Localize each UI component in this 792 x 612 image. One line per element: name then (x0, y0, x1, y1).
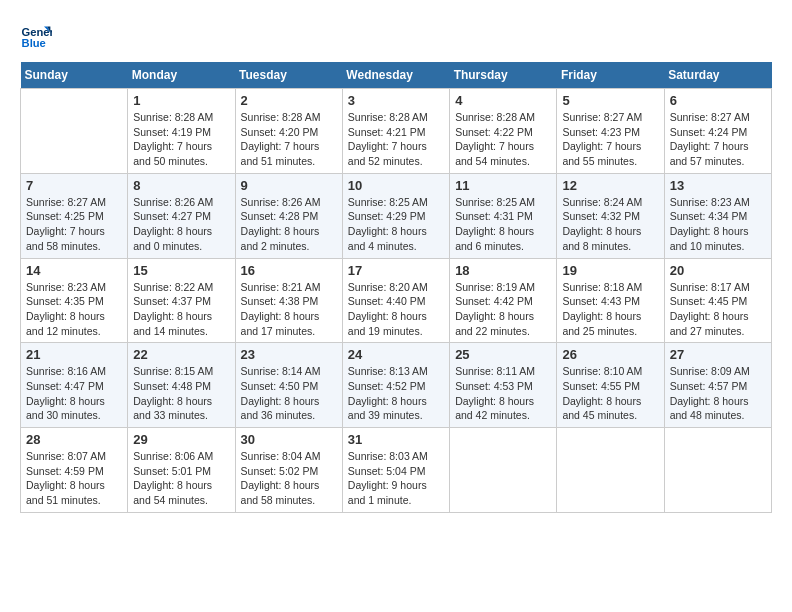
day-info: Sunrise: 8:09 AM Sunset: 4:57 PM Dayligh… (670, 364, 766, 423)
day-cell: 30Sunrise: 8:04 AM Sunset: 5:02 PM Dayli… (235, 428, 342, 513)
day-info: Sunrise: 8:11 AM Sunset: 4:53 PM Dayligh… (455, 364, 551, 423)
day-number: 31 (348, 432, 444, 447)
day-cell: 19Sunrise: 8:18 AM Sunset: 4:43 PM Dayli… (557, 258, 664, 343)
day-info: Sunrise: 8:28 AM Sunset: 4:20 PM Dayligh… (241, 110, 337, 169)
day-cell: 11Sunrise: 8:25 AM Sunset: 4:31 PM Dayli… (450, 173, 557, 258)
day-cell: 12Sunrise: 8:24 AM Sunset: 4:32 PM Dayli… (557, 173, 664, 258)
col-header-monday: Monday (128, 62, 235, 89)
day-cell: 17Sunrise: 8:20 AM Sunset: 4:40 PM Dayli… (342, 258, 449, 343)
day-cell (664, 428, 771, 513)
day-info: Sunrise: 8:22 AM Sunset: 4:37 PM Dayligh… (133, 280, 229, 339)
day-number: 6 (670, 93, 766, 108)
calendar-table: SundayMondayTuesdayWednesdayThursdayFrid… (20, 62, 772, 513)
day-number: 9 (241, 178, 337, 193)
day-info: Sunrise: 8:17 AM Sunset: 4:45 PM Dayligh… (670, 280, 766, 339)
day-number: 19 (562, 263, 658, 278)
day-cell (557, 428, 664, 513)
day-cell: 22Sunrise: 8:15 AM Sunset: 4:48 PM Dayli… (128, 343, 235, 428)
day-cell: 28Sunrise: 8:07 AM Sunset: 4:59 PM Dayli… (21, 428, 128, 513)
day-info: Sunrise: 8:25 AM Sunset: 4:31 PM Dayligh… (455, 195, 551, 254)
logo-icon: General Blue (20, 20, 52, 52)
day-number: 18 (455, 263, 551, 278)
day-number: 29 (133, 432, 229, 447)
day-number: 14 (26, 263, 122, 278)
calendar-header: General Blue (20, 20, 772, 52)
day-number: 16 (241, 263, 337, 278)
day-info: Sunrise: 8:21 AM Sunset: 4:38 PM Dayligh… (241, 280, 337, 339)
day-number: 20 (670, 263, 766, 278)
day-number: 23 (241, 347, 337, 362)
col-header-friday: Friday (557, 62, 664, 89)
day-cell: 13Sunrise: 8:23 AM Sunset: 4:34 PM Dayli… (664, 173, 771, 258)
day-info: Sunrise: 8:26 AM Sunset: 4:27 PM Dayligh… (133, 195, 229, 254)
day-number: 17 (348, 263, 444, 278)
day-cell: 23Sunrise: 8:14 AM Sunset: 4:50 PM Dayli… (235, 343, 342, 428)
day-cell: 31Sunrise: 8:03 AM Sunset: 5:04 PM Dayli… (342, 428, 449, 513)
col-header-thursday: Thursday (450, 62, 557, 89)
day-cell: 4Sunrise: 8:28 AM Sunset: 4:22 PM Daylig… (450, 89, 557, 174)
day-number: 1 (133, 93, 229, 108)
day-number: 28 (26, 432, 122, 447)
day-info: Sunrise: 8:28 AM Sunset: 4:19 PM Dayligh… (133, 110, 229, 169)
day-number: 11 (455, 178, 551, 193)
week-row-3: 14Sunrise: 8:23 AM Sunset: 4:35 PM Dayli… (21, 258, 772, 343)
day-number: 10 (348, 178, 444, 193)
day-cell (450, 428, 557, 513)
day-info: Sunrise: 8:27 AM Sunset: 4:25 PM Dayligh… (26, 195, 122, 254)
day-info: Sunrise: 8:03 AM Sunset: 5:04 PM Dayligh… (348, 449, 444, 508)
day-info: Sunrise: 8:25 AM Sunset: 4:29 PM Dayligh… (348, 195, 444, 254)
day-info: Sunrise: 8:07 AM Sunset: 4:59 PM Dayligh… (26, 449, 122, 508)
day-info: Sunrise: 8:14 AM Sunset: 4:50 PM Dayligh… (241, 364, 337, 423)
header-row: SundayMondayTuesdayWednesdayThursdayFrid… (21, 62, 772, 89)
day-cell: 27Sunrise: 8:09 AM Sunset: 4:57 PM Dayli… (664, 343, 771, 428)
day-info: Sunrise: 8:23 AM Sunset: 4:34 PM Dayligh… (670, 195, 766, 254)
day-number: 27 (670, 347, 766, 362)
day-cell: 7Sunrise: 8:27 AM Sunset: 4:25 PM Daylig… (21, 173, 128, 258)
week-row-5: 28Sunrise: 8:07 AM Sunset: 4:59 PM Dayli… (21, 428, 772, 513)
col-header-tuesday: Tuesday (235, 62, 342, 89)
day-number: 24 (348, 347, 444, 362)
logo: General Blue (20, 20, 56, 52)
day-cell: 15Sunrise: 8:22 AM Sunset: 4:37 PM Dayli… (128, 258, 235, 343)
day-info: Sunrise: 8:18 AM Sunset: 4:43 PM Dayligh… (562, 280, 658, 339)
svg-text:Blue: Blue (22, 37, 46, 49)
day-info: Sunrise: 8:27 AM Sunset: 4:23 PM Dayligh… (562, 110, 658, 169)
day-cell: 2Sunrise: 8:28 AM Sunset: 4:20 PM Daylig… (235, 89, 342, 174)
day-info: Sunrise: 8:13 AM Sunset: 4:52 PM Dayligh… (348, 364, 444, 423)
day-number: 30 (241, 432, 337, 447)
day-cell: 8Sunrise: 8:26 AM Sunset: 4:27 PM Daylig… (128, 173, 235, 258)
day-cell: 29Sunrise: 8:06 AM Sunset: 5:01 PM Dayli… (128, 428, 235, 513)
day-info: Sunrise: 8:15 AM Sunset: 4:48 PM Dayligh… (133, 364, 229, 423)
day-number: 5 (562, 93, 658, 108)
day-cell: 24Sunrise: 8:13 AM Sunset: 4:52 PM Dayli… (342, 343, 449, 428)
day-number: 12 (562, 178, 658, 193)
day-number: 25 (455, 347, 551, 362)
day-info: Sunrise: 8:19 AM Sunset: 4:42 PM Dayligh… (455, 280, 551, 339)
day-info: Sunrise: 8:28 AM Sunset: 4:21 PM Dayligh… (348, 110, 444, 169)
day-cell: 20Sunrise: 8:17 AM Sunset: 4:45 PM Dayli… (664, 258, 771, 343)
day-info: Sunrise: 8:27 AM Sunset: 4:24 PM Dayligh… (670, 110, 766, 169)
day-cell: 6Sunrise: 8:27 AM Sunset: 4:24 PM Daylig… (664, 89, 771, 174)
day-cell: 16Sunrise: 8:21 AM Sunset: 4:38 PM Dayli… (235, 258, 342, 343)
day-number: 7 (26, 178, 122, 193)
day-cell: 3Sunrise: 8:28 AM Sunset: 4:21 PM Daylig… (342, 89, 449, 174)
day-info: Sunrise: 8:24 AM Sunset: 4:32 PM Dayligh… (562, 195, 658, 254)
day-info: Sunrise: 8:20 AM Sunset: 4:40 PM Dayligh… (348, 280, 444, 339)
day-info: Sunrise: 8:16 AM Sunset: 4:47 PM Dayligh… (26, 364, 122, 423)
col-header-sunday: Sunday (21, 62, 128, 89)
day-cell: 14Sunrise: 8:23 AM Sunset: 4:35 PM Dayli… (21, 258, 128, 343)
col-header-saturday: Saturday (664, 62, 771, 89)
day-number: 26 (562, 347, 658, 362)
week-row-2: 7Sunrise: 8:27 AM Sunset: 4:25 PM Daylig… (21, 173, 772, 258)
day-number: 3 (348, 93, 444, 108)
day-cell: 10Sunrise: 8:25 AM Sunset: 4:29 PM Dayli… (342, 173, 449, 258)
week-row-4: 21Sunrise: 8:16 AM Sunset: 4:47 PM Dayli… (21, 343, 772, 428)
day-info: Sunrise: 8:23 AM Sunset: 4:35 PM Dayligh… (26, 280, 122, 339)
day-cell: 18Sunrise: 8:19 AM Sunset: 4:42 PM Dayli… (450, 258, 557, 343)
day-cell: 1Sunrise: 8:28 AM Sunset: 4:19 PM Daylig… (128, 89, 235, 174)
day-info: Sunrise: 8:10 AM Sunset: 4:55 PM Dayligh… (562, 364, 658, 423)
day-info: Sunrise: 8:28 AM Sunset: 4:22 PM Dayligh… (455, 110, 551, 169)
day-cell: 26Sunrise: 8:10 AM Sunset: 4:55 PM Dayli… (557, 343, 664, 428)
day-number: 4 (455, 93, 551, 108)
day-number: 21 (26, 347, 122, 362)
